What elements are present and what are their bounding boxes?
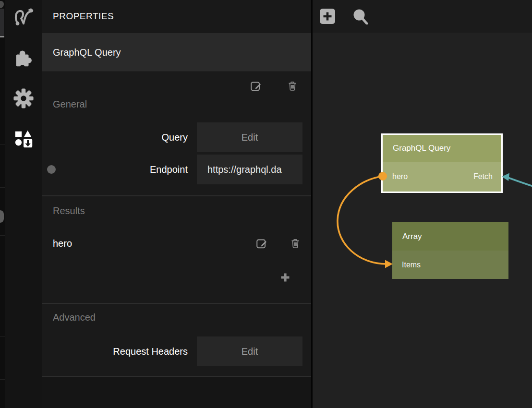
background-divider — [0, 379, 5, 380]
background-divider — [0, 235, 5, 236]
gear-icon[interactable] — [12, 87, 35, 109]
search-icon[interactable] — [352, 8, 368, 24]
node-ports: Items — [392, 251, 508, 279]
background-panel-edge — [0, 0, 5, 408]
background-divider — [0, 187, 5, 188]
divider — [42, 303, 311, 304]
activity-bar — [5, 0, 42, 408]
node-title: GraphQL Query — [393, 144, 450, 153]
connection-fetch[interactable] — [502, 173, 532, 187]
property-row-query: Query Edit — [42, 122, 311, 152]
components-import-icon[interactable] — [12, 128, 35, 150]
background-divider — [0, 144, 5, 144]
add-result-button[interactable] — [279, 272, 292, 284]
puzzle-icon[interactable] — [12, 48, 35, 70]
node-title: Array — [402, 232, 422, 241]
port-fetch[interactable]: Fetch — [473, 172, 493, 181]
canvas-node-array[interactable]: Array Items — [392, 222, 508, 279]
property-label: Request Headers — [42, 336, 188, 366]
node-canvas[interactable]: GraphQL Query hero Fetch Array Items — [313, 0, 532, 408]
background-handle — [0, 210, 4, 223]
panel-title: PROPERTIES — [53, 0, 114, 33]
property-row-endpoint: Endpoint https://graphql.da — [42, 155, 311, 184]
result-item-hero: hero — [53, 235, 72, 252]
property-row-request-headers: Request Headers Edit — [42, 336, 311, 366]
trash-icon[interactable] — [290, 238, 302, 250]
divider — [42, 72, 311, 72]
property-label: Query — [42, 122, 188, 152]
section-title-results: Results — [53, 205, 85, 216]
port-items[interactable]: Items — [402, 261, 421, 269]
canvas-node-graphql-query[interactable]: GraphQL Query hero Fetch — [381, 133, 503, 193]
properties-header: PROPERTIES — [42, 0, 311, 33]
canvas-toolbar — [313, 0, 532, 33]
add-node-icon[interactable] — [319, 8, 336, 24]
endpoint-input[interactable]: https://graphql.da — [197, 155, 302, 184]
section-title-general: General — [53, 99, 87, 110]
background-highlight-line — [0, 36, 4, 37]
section-title-advanced: Advanced — [53, 312, 96, 323]
node-ports: hero Fetch — [383, 162, 501, 192]
background-blob — [0, 1, 4, 8]
request-headers-edit-button[interactable]: Edit — [197, 336, 302, 366]
trash-icon[interactable] — [287, 80, 299, 93]
edit-pencil-icon[interactable] — [255, 237, 268, 250]
node-header[interactable]: Array — [392, 222, 508, 251]
node-header[interactable]: GraphQL Query — [383, 135, 501, 162]
selected-node-row: GraphQL Query — [42, 33, 311, 72]
port-hero[interactable]: hero — [392, 172, 408, 181]
panel-divider — [311, 0, 313, 408]
selected-node-title: GraphQL Query — [53, 33, 121, 72]
connection-wires — [313, 0, 532, 408]
background-panel-corner — [0, 9, 4, 36]
divider — [42, 195, 311, 196]
panel-footer — [42, 377, 311, 408]
properties-panel: PROPERTIES GraphQL Query General Query E… — [42, 0, 311, 408]
property-label: Endpoint — [42, 155, 188, 184]
node-graph-icon[interactable] — [12, 6, 35, 28]
edit-pencil-icon[interactable] — [250, 80, 262, 92]
background-divider — [0, 336, 5, 336]
query-edit-button[interactable]: Edit — [197, 122, 302, 152]
